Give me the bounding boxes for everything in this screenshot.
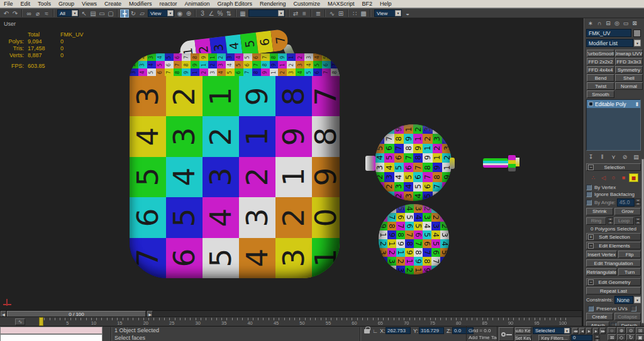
by-vertex-checkbox[interactable]	[586, 185, 592, 190]
menu-item-rendering[interactable]: Rendering	[256, 0, 290, 8]
rollout-selection[interactable]: − Selection	[586, 163, 641, 171]
chevron-down-icon[interactable]: ▼	[395, 10, 401, 16]
menu-item-animation[interactable]: Animation	[180, 0, 213, 8]
attach-button[interactable]: Attach	[586, 322, 609, 326]
set-keys-button[interactable]	[499, 327, 514, 341]
named-selection-sets-dropdown[interactable]: ▼	[248, 9, 285, 17]
tab-utilities-icon[interactable]: ⊠	[630, 19, 639, 27]
zoom-extents-all-icon[interactable]: ⊞	[636, 327, 644, 333]
create-button[interactable]: Create	[586, 313, 613, 320]
percent-snap-toggle-icon[interactable]: %	[216, 9, 225, 18]
absolute-offset-mode-icon[interactable]: ∟	[372, 328, 378, 334]
edit-named-selection-sets-icon[interactable]: ▦	[238, 9, 247, 18]
previous-frame-icon[interactable]: ◀	[579, 328, 585, 334]
selection-lock-icon[interactable]	[364, 329, 370, 333]
pan-icon[interactable]: ◇	[617, 334, 626, 340]
chevron-down-icon[interactable]: ▼	[634, 296, 641, 303]
modifier-stack[interactable]: Editable Poly ▮	[586, 99, 641, 151]
zoom-extents-icon[interactable]: ⊙	[626, 327, 635, 333]
chevron-down-icon[interactable]: ▼	[634, 40, 641, 46]
snaps-toggle-icon[interactable]: 3	[198, 9, 207, 18]
preserve-uvs-checkbox[interactable]	[588, 306, 594, 311]
vertex-mode-icon[interactable]: ∴	[589, 173, 598, 182]
tab-modify-icon[interactable]: ∩	[595, 19, 604, 27]
border-mode-icon[interactable]: ○	[609, 173, 618, 182]
window-crossing-icon[interactable]: ▢	[106, 9, 115, 18]
modifier-button-bend[interactable]: Bend	[587, 74, 614, 82]
menu-item-views[interactable]: Views	[78, 0, 101, 8]
select-object-icon[interactable]: ↖	[80, 9, 89, 18]
modifier-list-dropdown[interactable]: Modifier List	[586, 39, 633, 47]
reference-coordinate-system-dropdown[interactable]: View▼	[148, 9, 174, 17]
modifier-button-symmetry[interactable]: Symmetry	[615, 66, 643, 73]
detach-button[interactable]: Detach	[618, 322, 641, 326]
arc-rotate-icon[interactable]: ↻	[626, 334, 635, 340]
rollout-edit-geometry[interactable]: − Edit Geometry	[586, 278, 641, 286]
retriangulate-button[interactable]: Retriangulate	[586, 268, 617, 276]
rollout-edit-elements[interactable]: − Edit Elements	[586, 242, 641, 249]
mirror-icon[interactable]: ⇄	[291, 9, 300, 18]
zoom-icon[interactable]: ○	[608, 327, 616, 333]
insert-vertex-button[interactable]: Insert Vertex	[586, 251, 617, 258]
flip-button[interactable]: Flip	[618, 251, 641, 258]
loop-spinner[interactable]: ▲▼	[635, 217, 641, 225]
lunchbox-model[interactable]: 1234567891234567891234562345678912345678…	[130, 53, 340, 278]
mini-curve-editor-button[interactable]: ∿	[15, 318, 25, 325]
maximize-viewport-icon[interactable]: ▣	[636, 334, 644, 340]
menu-item-create[interactable]: Create	[101, 0, 125, 8]
track-bar[interactable]: ∿ 05101520253035404550556065707580859095…	[0, 317, 582, 326]
preserve-uvs-settings-button[interactable]	[631, 306, 636, 311]
edge-mode-icon[interactable]: ◁	[599, 173, 608, 182]
menu-item-graph-editors[interactable]: Graph Editors	[214, 0, 257, 8]
object-color-swatch[interactable]	[633, 30, 641, 37]
chevron-down-icon[interactable]: ▼	[167, 10, 174, 16]
key-filters-button[interactable]: Key Filters...	[538, 335, 570, 341]
maxscript-listener-input-line[interactable]	[0, 334, 103, 341]
object-name-field[interactable]: FMK_UV	[586, 29, 631, 37]
zoom-all-icon[interactable]: ⊕	[617, 327, 626, 333]
curve-editor-icon[interactable]: ∿	[328, 9, 336, 18]
viewport-label[interactable]: User	[4, 21, 16, 27]
go-to-start-icon[interactable]: ◀◀	[572, 328, 578, 334]
add-time-tag[interactable]: Add Time Tag	[469, 334, 495, 341]
bind-to-space-warp-icon[interactable]: ≈	[42, 9, 51, 18]
use-pivot-point-center-icon[interactable]: ◉	[175, 9, 184, 18]
modifier-button-turbosmooth[interactable]: TurboSmooth	[587, 50, 614, 57]
select-and-manipulate-icon[interactable]: ⊕	[184, 9, 193, 18]
select-by-name-icon[interactable]: ▤	[89, 9, 97, 18]
ring-spinner[interactable]: ▲▼	[608, 217, 613, 225]
loop-button[interactable]: Loop	[614, 217, 634, 225]
current-frame-field[interactable]: 0	[571, 335, 592, 341]
redo-icon[interactable]: ↷	[11, 9, 19, 18]
show-end-result-icon[interactable]: ‖	[597, 153, 607, 161]
render-view-dropdown[interactable]: View▼	[374, 9, 402, 17]
render-setup-icon[interactable]: ▩	[359, 9, 368, 18]
pin-model[interactable]	[483, 154, 519, 173]
make-unique-icon[interactable]: ⋎	[609, 153, 618, 161]
by-angle-field[interactable]: 45.0	[617, 198, 635, 207]
modifier-button-unwrap-uvw[interactable]: Unwrap UVW	[615, 50, 643, 57]
menu-item-customize[interactable]: Customize	[290, 0, 325, 8]
quick-render-icon[interactable]: ◒	[403, 9, 412, 18]
time-marker[interactable]	[39, 317, 43, 326]
repeat-last-button[interactable]: Repeat Last	[586, 287, 641, 295]
tab-create-icon[interactable]: ∗	[586, 19, 595, 27]
by-angle-checkbox[interactable]	[586, 200, 592, 205]
modifier-button-ffd-4x4x4[interactable]: FFD 4x4x4	[587, 66, 614, 73]
tab-display-icon[interactable]: ▭	[621, 19, 630, 27]
chevron-down-icon[interactable]: ▼	[72, 10, 78, 16]
edit-triangulation-button[interactable]: Edit Triangulation	[586, 259, 641, 267]
menu-item-edit[interactable]: Edit	[17, 0, 35, 8]
menu-item-help[interactable]: Help	[376, 0, 396, 8]
angle-snap-toggle-icon[interactable]: ∠	[207, 9, 216, 18]
select-and-scale-icon[interactable]: ▱	[138, 9, 147, 18]
material-editor-icon[interactable]: ∷	[350, 9, 359, 18]
select-and-move-icon[interactable]: ╋	[120, 9, 129, 18]
select-and-link-icon[interactable]: ∞	[25, 9, 33, 18]
go-to-end-icon[interactable]: ▶▶	[600, 328, 606, 334]
play-icon[interactable]: ▶	[586, 328, 592, 334]
constraints-dropdown[interactable]: None	[614, 296, 633, 304]
schematic-view-icon[interactable]: ⊞	[336, 9, 345, 18]
menu-item-reactor[interactable]: reactor	[155, 0, 180, 8]
configure-modifier-sets-icon[interactable]: ▤	[631, 153, 641, 161]
